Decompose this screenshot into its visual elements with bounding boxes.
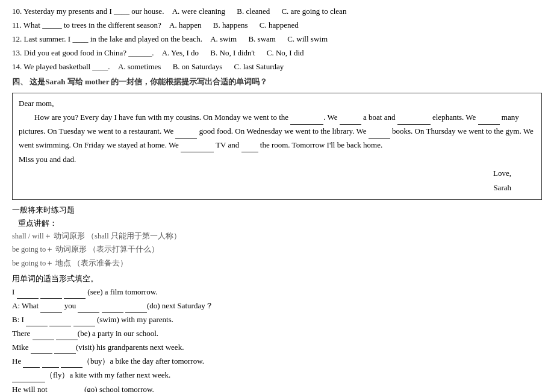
notes-title: 重点讲解： (12, 217, 542, 230)
blank-5[interactable] (175, 130, 197, 138)
letter-p1: How are you? Every day I have fun with m… (19, 111, 535, 152)
q10-optC: C. are going to clean (281, 7, 346, 16)
section4: 四、 这是Sarah 写给 mother 的一封信，你能根据提示写出合适的单词吗… (12, 75, 542, 199)
q14-text: 14. We played basketball ____. (12, 62, 110, 71)
blank-2[interactable] (340, 116, 361, 125)
letter-closing: Love, (19, 167, 535, 181)
fill-blank-8[interactable] (49, 388, 82, 392)
fill-blank-2c[interactable] (102, 304, 123, 313)
fill-blank-5b[interactable] (54, 346, 76, 354)
letter-signature: Sarah (19, 181, 535, 195)
blank-3[interactable] (397, 116, 431, 125)
q13-options: A. Yes, I do B. No, I didn't C. No, I di… (162, 48, 314, 57)
fill-blank-2b[interactable] (78, 304, 99, 313)
fill-blank-3a[interactable] (26, 318, 48, 326)
page-content: 10. Yesterday my presents and I ____ our… (12, 5, 542, 392)
fill-q2a: A: What you (do) next Saturday？ (12, 299, 542, 313)
fill-q2b: B: I (swim) with my parents. (12, 313, 542, 326)
fill-blank-3b[interactable] (49, 318, 71, 326)
q14-options: A. sometimes B. on Saturdays C. last Sat… (118, 62, 293, 71)
q14-line: 14. We played basketball ____. A. someti… (12, 60, 542, 73)
q13-text: 13. Did you eat good food in China? ____… (12, 48, 154, 57)
q13-optA: A. Yes, I do (162, 48, 199, 57)
fill-title: 用单词的适当形式填空。 (12, 272, 542, 285)
q11-line: 11. What _____ to trees in the different… (12, 19, 542, 32)
fill-q3: There (be) a party in our school. (12, 327, 542, 340)
q13-line: 13. Did you eat good food in China? ____… (12, 46, 542, 60)
fill-blank-5a[interactable] (31, 346, 52, 354)
q10-line: 10. Yesterday my presents and I ____ our… (12, 5, 542, 18)
fill-blank-2a[interactable] (40, 304, 62, 313)
q11-optC: C. happened (260, 20, 299, 30)
fill-blank-6b[interactable] (42, 359, 59, 368)
q14-optC: C. last Saturday (234, 62, 284, 71)
q12-options: A. swim B. swam C. will swim (210, 34, 337, 43)
note-line-2: be going to＋ 动词原形 （表示打算干什么） (12, 243, 542, 256)
q13-optB: B. No, I didn't (210, 48, 255, 57)
blank-6[interactable] (369, 130, 390, 138)
q12-text: 12. Last summer. I ____ in the lake and … (12, 34, 202, 43)
fill-q4: Mike (visit) his grandparents next week. (12, 341, 542, 354)
q10-optB: B. cleaned (237, 7, 270, 16)
fill-blank-3c[interactable] (73, 318, 95, 326)
q11-options: A. happen B. happens C. happened (169, 20, 308, 30)
letter-salutation: Dear mom, (19, 97, 535, 111)
q10-options: A. were cleaning B. cleaned C. are going… (172, 7, 356, 16)
section4-title: 四、 这是Sarah 写给 mother 的一封信，你能根据提示写出合适的单词吗… (12, 75, 542, 89)
note-line-1: shall / will＋ 动词原形 （shall 只能用于第一人称） (12, 230, 542, 243)
q12-line: 12. Last summer. I ____ in the lake and … (12, 33, 542, 46)
blank-7[interactable] (181, 144, 214, 152)
q11-text: 11. What _____ to trees in the different… (12, 20, 161, 30)
questions-section: 10. Yesterday my presents and I ____ our… (12, 5, 542, 73)
letter-p2: Miss you and dad. (19, 153, 535, 167)
fill-blank-6c[interactable] (61, 359, 82, 368)
q12-optC: C. will swim (287, 34, 328, 43)
q10-text: 10. Yesterday my presents and I ____ our… (12, 7, 164, 16)
fill-blank-1b[interactable] (40, 290, 62, 299)
future-title: 一般将来时练习题 (12, 204, 542, 217)
q12-optB: B. swam (248, 34, 276, 43)
blank-1[interactable] (290, 116, 323, 125)
fill-q6: （fly）a kite with my father next week. (12, 369, 542, 382)
letter-box: Dear mom, How are you? Every day I have … (12, 93, 542, 200)
fill-q1: I (see) a film tomorrow. (12, 285, 542, 299)
q11-optB: B. happens (213, 20, 248, 30)
fill-q7: He will not (go) school tomorrow. (12, 383, 542, 393)
q14-optA: A. sometimes (118, 62, 161, 71)
fill-q5: He （buy）a bike the day after tomorrow. (12, 355, 542, 368)
note-line-3: be going to＋ 地点 （表示准备去） (12, 257, 542, 270)
fill-blank-1a[interactable] (17, 290, 39, 299)
q12-optA: A. swim (210, 34, 237, 43)
fill-blank-2d[interactable] (125, 304, 147, 313)
q13-optC: C. No, I did (267, 48, 304, 57)
q14-optB: B. on Saturdays (173, 62, 223, 71)
fill-blank-4b[interactable] (56, 332, 78, 340)
fill-blank-7[interactable] (12, 374, 45, 382)
blank-4[interactable] (478, 116, 500, 125)
blank-8[interactable] (241, 144, 258, 152)
future-section: 一般将来时练习题 重点讲解： shall / will＋ 动词原形 （shall… (12, 204, 542, 392)
fill-blank-4a[interactable] (33, 332, 54, 340)
q11-optA: A. happen (169, 20, 201, 30)
q10-optA: A. were cleaning (172, 7, 225, 16)
fill-blank-1c[interactable] (64, 290, 86, 299)
fill-blank-6a[interactable] (23, 359, 40, 368)
